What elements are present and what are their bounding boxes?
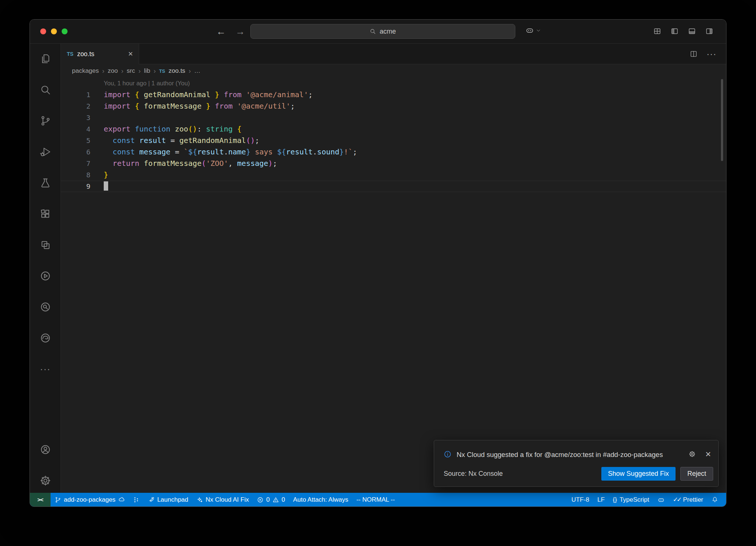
notification-footer: Source: Nx Console Show Suggested Fix Re… [434, 463, 718, 487]
remote-indicator[interactable]: >< [30, 493, 51, 506]
command-center-search[interactable]: acme [250, 24, 515, 39]
git-branch-icon [55, 496, 61, 503]
breadcrumb-item[interactable]: lib [144, 67, 150, 75]
maximize-window-button[interactable] [62, 28, 68, 34]
error-icon [257, 496, 264, 503]
remote-explorer-icon[interactable] [39, 239, 52, 251]
code-editor[interactable]: You, 1 hour ago | 1 author (You) 1import… [61, 78, 726, 493]
auto-attach-item[interactable]: Auto Attach: Always [289, 493, 352, 506]
nx-cloud-fix-label: Nx Cloud AI Fix [206, 496, 249, 504]
toggle-sidebar-left-icon[interactable] [670, 27, 679, 35]
git-branch-item[interactable]: add-zoo-packages [51, 493, 129, 506]
error-count: 0 [266, 496, 269, 504]
code-line[interactable]: 8} [61, 169, 726, 181]
show-suggested-fix-button[interactable]: Show Suggested Fix [601, 467, 676, 481]
customize-layout-icon[interactable] [653, 27, 662, 35]
code-text [104, 181, 108, 192]
notification-toast: Nx Cloud suggested a fix for @acme/zoo:t… [434, 440, 719, 487]
testing-icon[interactable] [39, 177, 52, 189]
code-line[interactable]: 3 [61, 112, 726, 123]
toggle-sidebar-right-icon[interactable] [705, 27, 714, 35]
status-bar-right: UTF-8 LF {} TypeScript ✓✓ Prettier [567, 493, 726, 506]
code-line[interactable]: 1import { getRandomAnimal } from '@acme/… [61, 89, 726, 100]
activity-bar: ··· [30, 44, 61, 493]
extensions-icon[interactable] [39, 208, 52, 220]
notifications-bell-item[interactable] [707, 493, 722, 506]
run-debug-icon[interactable] [39, 146, 52, 158]
editor-more-actions-icon[interactable]: ··· [707, 52, 717, 55]
code-text: import { getRandomAnimal } from '@acme/a… [104, 89, 313, 100]
typescript-file-icon: TS [159, 68, 165, 74]
typescript-file-icon: TS [67, 51, 73, 57]
forward-button[interactable]: → [236, 27, 245, 36]
back-button[interactable]: ← [216, 27, 226, 36]
notification-actions: × [688, 449, 711, 459]
vim-block-cursor [104, 181, 108, 191]
search-query: acme [379, 28, 396, 35]
tab-zoo-ts[interactable]: TS zoo.ts × [61, 44, 139, 64]
edge-browser-icon[interactable] [39, 332, 52, 344]
close-window-button[interactable] [40, 28, 46, 34]
breadcrumb-item[interactable]: zoo [108, 67, 118, 75]
search-sidebar-icon[interactable] [39, 83, 52, 96]
copilot-status-item[interactable] [653, 493, 669, 506]
source-control-icon[interactable] [39, 115, 52, 127]
explorer-icon[interactable] [39, 52, 52, 65]
project-graph-icon[interactable] [39, 301, 52, 313]
breadcrumb-overflow[interactable]: … [194, 67, 200, 75]
nx-cloud-fix-item[interactable]: Nx Cloud AI Fix [192, 493, 253, 506]
tab-close-icon[interactable]: × [128, 50, 133, 58]
scrollbar-thumb[interactable] [721, 79, 723, 161]
code-text: const message = `${result.name} says ${r… [104, 146, 357, 158]
notification-close-icon[interactable]: × [705, 449, 711, 459]
encoding-item[interactable]: UTF-8 [567, 493, 593, 506]
tab-bar: TS zoo.ts × ··· [61, 44, 726, 64]
code-line[interactable]: 6 const message = `${result.name} says $… [61, 146, 726, 158]
breadcrumb-separator: › [102, 67, 104, 75]
vim-mode-item[interactable]: -- NORMAL -- [352, 493, 399, 506]
breadcrumb-separator: › [189, 67, 191, 75]
eol-item[interactable]: LF [593, 493, 609, 506]
reject-button[interactable]: Reject [680, 467, 713, 481]
code-line[interactable]: 5 const result = getRandomAnimal(); [61, 135, 726, 146]
breadcrumb-file[interactable]: zoo.ts [169, 67, 185, 75]
code-line[interactable]: 7 return formatMessage('ZOO', message); [61, 158, 726, 169]
problems-item[interactable]: 0 0 [253, 493, 289, 506]
launchpad-item[interactable]: Launchpad [144, 493, 192, 506]
more-views-icon[interactable]: ··· [39, 363, 52, 375]
tab-bar-actions: ··· [139, 44, 726, 64]
notification-settings-gear-icon[interactable] [688, 450, 696, 458]
minimize-window-button[interactable] [51, 28, 57, 34]
layout-controls [653, 27, 714, 35]
line-number: 7 [61, 158, 104, 169]
line-number: 5 [61, 135, 104, 146]
split-editor-icon[interactable] [690, 50, 698, 58]
copilot-icon [657, 496, 665, 504]
accounts-icon[interactable] [39, 443, 52, 456]
breadcrumb-item[interactable]: src [127, 67, 135, 75]
cloud-sync-icon [118, 496, 125, 503]
nx-console-icon[interactable] [39, 270, 52, 282]
breadcrumb-item[interactable]: packages [72, 67, 99, 75]
code-text: export function zoo(): string { [104, 123, 241, 135]
code-line[interactable]: 2import { formatMessage } from '@acme/ut… [61, 100, 726, 112]
notification-message: Nx Cloud suggested a fix for @acme/zoo:t… [457, 449, 678, 460]
line-number: 2 [61, 100, 104, 112]
copilot-menu-button[interactable] [525, 26, 541, 35]
bell-icon [711, 496, 718, 503]
warning-icon [272, 496, 279, 503]
vscode-window: ← → acme [30, 19, 726, 507]
settings-gear-icon[interactable] [39, 474, 52, 487]
prettier-item[interactable]: ✓✓ Prettier [669, 493, 707, 506]
code-text: import { formatMessage } from '@acme/uti… [104, 100, 295, 112]
commit-graph-item[interactable] [129, 493, 144, 506]
desktop: ← → acme [0, 0, 756, 546]
toggle-panel-icon[interactable] [688, 27, 696, 35]
breadcrumb-separator: › [154, 67, 156, 75]
code-line[interactable]: 4export function zoo(): string { [61, 123, 726, 135]
line-number: 6 [61, 146, 104, 158]
chevron-down-icon [536, 28, 541, 33]
code-line[interactable]: 9 [61, 181, 726, 192]
status-bar: >< add-zoo-packages Launchpad [30, 493, 726, 506]
language-item[interactable]: {} TypeScript [609, 493, 653, 506]
